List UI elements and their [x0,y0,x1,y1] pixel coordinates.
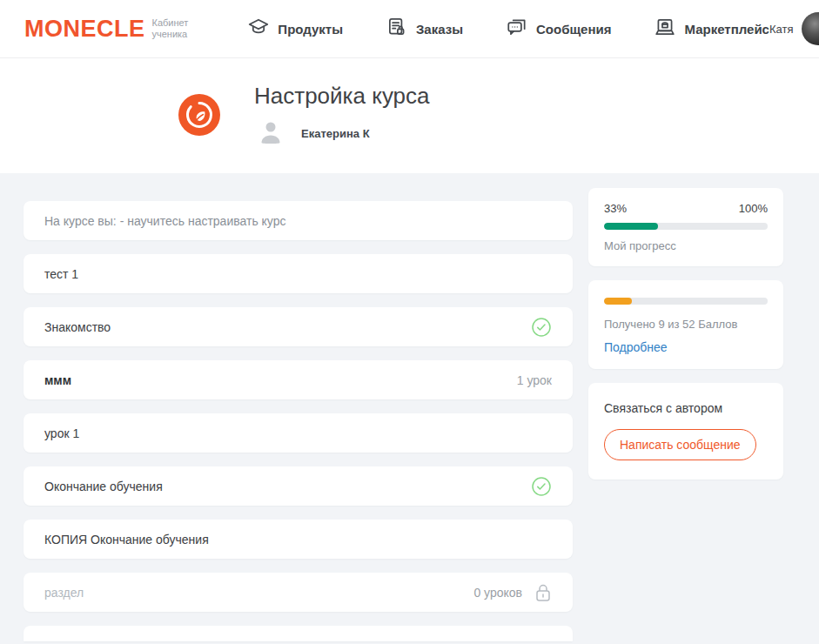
lesson-count: 0 уроков [473,586,522,600]
lesson-title: КОПИЯ Окончание обучения [44,533,552,547]
nav-label: Заказы [416,22,463,37]
messages-icon [506,16,528,42]
lesson-row-description[interactable]: На курсе вы: - научитесь настраивать кур… [23,201,573,240]
lesson-row-test1[interactable]: тест 1 [23,254,573,293]
points-text: Получено 9 из 52 Баллов [604,318,768,331]
lesson-count: 1 урок [517,373,552,387]
course-logo-icon [178,94,220,136]
nav-label: Маркетплейс [684,22,769,37]
lesson-list: На курсе вы: - научитесь настраивать кур… [23,188,573,641]
graduation-cap-icon [247,16,270,42]
lesson-title: раздел [44,586,463,600]
logo[interactable]: MONECLE Кабинет ученика [24,16,188,43]
contact-title: Связаться с автором [604,401,768,415]
points-card: Получено 9 из 52 Баллов Подробнее [588,280,783,369]
progress-bar-fill [604,223,658,230]
top-navbar: MONECLE Кабинет ученика Продукты Заказы … [0,0,819,58]
points-details-link[interactable]: Подробнее [604,340,668,354]
nav-label: Продукты [278,22,343,37]
logo-text: MONECLE [24,16,145,43]
lesson-title: урок 1 [44,426,552,440]
main-navigation: Продукты Заказы Сообщения Маркетплейс [247,16,769,42]
user-menu[interactable]: Катя [769,12,819,45]
lesson-row-razdel[interactable]: раздел 0 уроков [23,573,573,612]
progress-percent-row: 33% 100% [604,202,768,215]
logo-subtitle: Кабинет ученика [152,17,189,40]
nav-item-products[interactable]: Продукты [247,16,343,42]
user-avatar[interactable] [802,12,819,45]
user-name: Катя [769,23,794,36]
lesson-row-okonchanie[interactable]: Окончание обучения [23,466,573,506]
lesson-title: ммм [44,373,507,387]
author-name: Екатерина К [301,127,370,140]
progress-caption: Мой прогресс [604,239,768,252]
completed-check-icon [531,476,552,497]
completed-check-icon [531,317,552,338]
nav-label: Сообщения [536,22,611,37]
marketplace-icon [654,16,676,42]
sidebar: 33% 100% Мой прогресс Получено 9 из 52 Б… [588,188,783,480]
contact-author-card: Связаться с автором Написать сообщение [588,383,783,480]
course-header: Настройка курса Екатерина К [0,58,819,173]
lesson-title: Окончание обучения [44,480,531,493]
main-content: На курсе вы: - научитесь настраивать кур… [0,173,819,641]
progress-bar-track [604,223,768,230]
progress-max: 100% [739,202,768,215]
lesson-row-kopiya[interactable]: КОПИЯ Окончание обучения [23,520,573,559]
nav-item-messages[interactable]: Сообщения [506,16,611,42]
lesson-title: На курсе вы: - научитесь настраивать кур… [44,214,552,228]
points-bar-track [604,298,768,305]
nav-item-orders[interactable]: Заказы [386,16,463,42]
lesson-title: тест 1 [44,267,552,281]
lesson-row-partial[interactable] [23,626,573,641]
lesson-row-urok1[interactable]: урок 1 [23,413,573,453]
nav-item-marketplace[interactable]: Маркетплейс [654,16,769,42]
lesson-row-znakomstvo[interactable]: Знакомство [23,307,573,346]
lesson-title: Знакомство [44,320,531,334]
author-row: Екатерина К [254,117,430,150]
write-message-button[interactable]: Написать сообщение [604,429,756,460]
author-avatar [254,117,287,150]
progress-current: 33% [604,202,627,215]
page-title: Настройка курса [254,83,430,110]
lock-icon [534,583,552,602]
orders-icon [386,16,408,42]
progress-card: 33% 100% Мой прогресс [588,188,783,266]
points-bar-fill [604,298,632,305]
lesson-row-mmm[interactable]: ммм 1 урок [23,360,573,399]
